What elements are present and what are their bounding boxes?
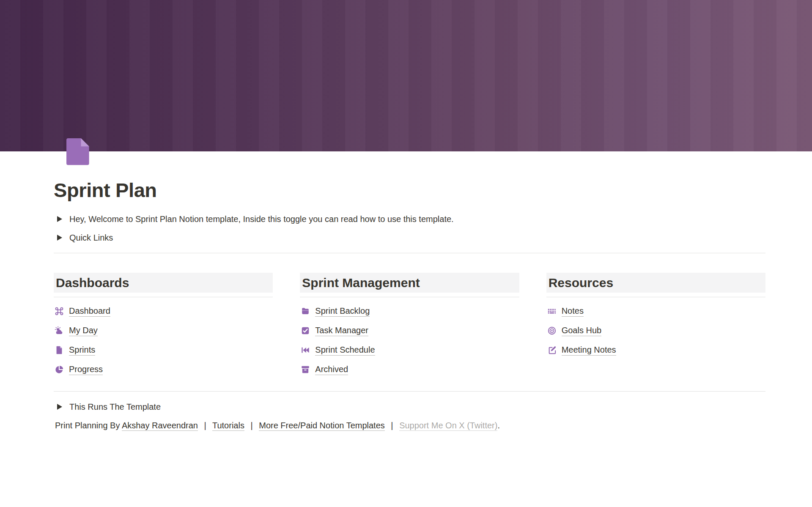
divider xyxy=(54,391,765,392)
section-header-label: Resources xyxy=(549,276,613,290)
page-link-label: Sprints xyxy=(69,345,95,356)
rewind-icon xyxy=(301,345,310,355)
target-icon xyxy=(547,326,557,335)
toggle-arrow-icon xyxy=(57,216,62,222)
page-link-progress[interactable]: Progress xyxy=(54,360,273,379)
page-link-label: Progress xyxy=(69,364,103,375)
tutorials-link[interactable]: Tutorials xyxy=(212,421,244,431)
divider xyxy=(546,297,765,297)
toggle-runs-template[interactable]: This Runs The Template xyxy=(54,397,765,416)
folder-icon xyxy=(301,307,310,316)
page-link-label: Goals Hub xyxy=(562,325,602,336)
section-header-label: Dashboards xyxy=(56,276,129,290)
toggle-arrow-icon xyxy=(57,404,62,410)
page-link-meeting-notes[interactable]: Meeting Notes xyxy=(546,340,765,360)
footer-separator: | xyxy=(391,421,393,430)
toggle-welcome[interactable]: Hey, Welcome to Sprint Plan Notion templ… xyxy=(54,210,765,228)
toggle-quick-links[interactable]: Quick Links xyxy=(54,228,765,247)
author-link[interactable]: Akshay Raveendran xyxy=(122,421,198,431)
page-link-label: Dashboard xyxy=(69,306,110,317)
section-header: Dashboards xyxy=(54,273,273,293)
page-link-label: Archived xyxy=(315,364,348,375)
footer-period: . xyxy=(497,421,500,430)
archive-icon xyxy=(301,365,310,374)
page-link-my-day[interactable]: My Day xyxy=(54,321,273,340)
section-resources: Resources Notes Goals Hub xyxy=(546,273,765,379)
toggle-arrow-icon xyxy=(57,235,62,241)
divider xyxy=(54,297,273,297)
keyboard-icon xyxy=(547,307,557,316)
page-link-sprint-schedule[interactable]: Sprint Schedule xyxy=(300,340,519,360)
page-icon[interactable] xyxy=(62,134,95,167)
cover-image xyxy=(0,0,812,151)
footer-separator: | xyxy=(250,421,252,430)
document-icon xyxy=(62,134,95,167)
page-link-archived[interactable]: Archived xyxy=(300,360,519,379)
page-link-notes[interactable]: Notes xyxy=(546,301,765,321)
section-header: Resources xyxy=(546,273,765,293)
section-dashboards: Dashboards Dashboard My Day xyxy=(54,273,273,379)
footer-separator: | xyxy=(204,421,206,430)
section-header-label: Sprint Management xyxy=(302,276,420,290)
page-link-label: My Day xyxy=(69,325,98,336)
pie-chart-icon xyxy=(55,365,64,374)
templates-link[interactable]: More Free/Paid Notion Templates xyxy=(259,421,385,431)
page-link-label: Sprint Backlog xyxy=(315,306,370,317)
command-icon xyxy=(55,307,64,316)
page-content: Sprint Plan Hey, Welcome to Sprint Plan … xyxy=(0,134,812,432)
page-link-sprint-backlog[interactable]: Sprint Backlog xyxy=(300,301,519,321)
footer-prefix: Print Planning By xyxy=(55,421,122,430)
page-link-sprints[interactable]: Sprints xyxy=(54,340,273,360)
page-link-label: Task Manager xyxy=(315,325,368,336)
toggle-quick-links-label: Quick Links xyxy=(69,232,113,244)
page-link-task-manager[interactable]: Task Manager xyxy=(300,321,519,340)
page-link-label: Sprint Schedule xyxy=(315,345,375,356)
section-sprint-management: Sprint Management Sprint Backlog Task Ma… xyxy=(300,273,519,379)
page-link-dashboard[interactable]: Dashboard xyxy=(54,301,273,321)
page-link-label: Meeting Notes xyxy=(562,345,616,356)
toggle-runs-template-label: This Runs The Template xyxy=(69,401,161,413)
edit-icon xyxy=(547,345,557,355)
checkbox-icon xyxy=(301,326,310,335)
sun-cloud-icon xyxy=(55,326,64,335)
divider xyxy=(300,297,519,297)
page-icon xyxy=(55,345,64,355)
divider xyxy=(54,253,765,253)
page-title: Sprint Plan xyxy=(54,178,765,202)
footer-credits: Print Planning By Akshay Raveendran | Tu… xyxy=(54,419,765,432)
page-link-goals-hub[interactable]: Goals Hub xyxy=(546,321,765,340)
toggle-welcome-label: Hey, Welcome to Sprint Plan Notion templ… xyxy=(69,213,454,225)
support-link[interactable]: Support Me On X (Twitter) xyxy=(399,421,497,431)
columns: Dashboards Dashboard My Day xyxy=(54,273,765,379)
page-link-label: Notes xyxy=(562,306,584,317)
section-header: Sprint Management xyxy=(300,273,519,293)
